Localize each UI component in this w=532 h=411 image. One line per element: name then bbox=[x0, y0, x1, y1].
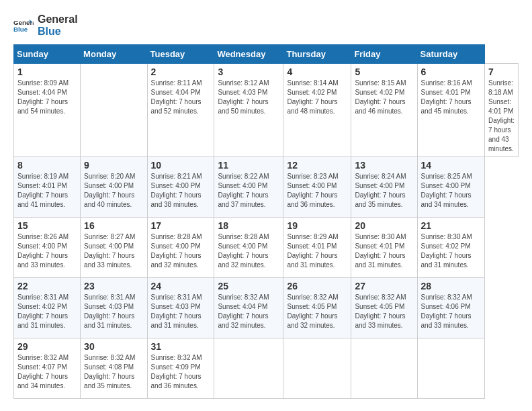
calendar-table: SundayMondayTuesdayWednesdayThursdayFrid… bbox=[13, 44, 519, 399]
calendar-cell-31: 31Sunrise: 8:32 AMSunset: 4:09 PMDayligh… bbox=[147, 338, 214, 399]
calendar-cell-24: 24Sunrise: 8:31 AMSunset: 4:03 PMDayligh… bbox=[147, 278, 214, 338]
calendar-cell-23: 23Sunrise: 8:31 AMSunset: 4:03 PMDayligh… bbox=[81, 278, 147, 338]
calendar-cell-empty-3-5 bbox=[351, 338, 417, 399]
calendar-cell-2: 2Sunrise: 8:11 AMSunset: 4:04 PMDaylight… bbox=[147, 64, 214, 157]
calendar-cell-12: 12Sunrise: 8:23 AMSunset: 4:00 PMDayligh… bbox=[283, 157, 351, 218]
header-monday: Monday bbox=[81, 45, 147, 64]
header-friday: Friday bbox=[351, 45, 417, 64]
calendar-cell-19: 19Sunrise: 8:29 AMSunset: 4:01 PMDayligh… bbox=[283, 218, 351, 278]
calendar-week-3: 15Sunrise: 8:26 AMSunset: 4:00 PMDayligh… bbox=[14, 218, 519, 278]
calendar-cell-15: 15Sunrise: 8:26 AMSunset: 4:00 PMDayligh… bbox=[14, 218, 81, 278]
calendar-week-2: 8Sunrise: 8:19 AMSunset: 4:01 PMDaylight… bbox=[14, 157, 519, 218]
header: General Blue General Blue bbox=[13, 13, 519, 38]
calendar-cell-20: 20Sunrise: 8:30 AMSunset: 4:01 PMDayligh… bbox=[351, 218, 417, 278]
calendar-week-5: 29Sunrise: 8:32 AMSunset: 4:07 PMDayligh… bbox=[14, 338, 519, 399]
calendar-cell-4: 4Sunrise: 8:14 AMSunset: 4:02 PMDaylight… bbox=[283, 64, 351, 157]
calendar-cell-1: 1Sunrise: 8:09 AMSunset: 4:04 PMDaylight… bbox=[14, 64, 81, 157]
calendar-week-4: 22Sunrise: 8:31 AMSunset: 4:02 PMDayligh… bbox=[14, 278, 519, 338]
calendar-cell-5: 5Sunrise: 8:15 AMSunset: 4:02 PMDaylight… bbox=[351, 64, 417, 157]
calendar-cell-9: 9Sunrise: 8:20 AMSunset: 4:00 PMDaylight… bbox=[81, 157, 147, 218]
calendar-cell-26: 26Sunrise: 8:32 AMSunset: 4:05 PMDayligh… bbox=[283, 278, 351, 338]
header-saturday: Saturday bbox=[417, 45, 484, 64]
calendar-cell-empty-3-4 bbox=[283, 338, 351, 399]
calendar-cell-11: 11Sunrise: 8:22 AMSunset: 4:00 PMDayligh… bbox=[214, 157, 283, 218]
calendar-week-1: 1Sunrise: 8:09 AMSunset: 4:04 PMDaylight… bbox=[14, 64, 519, 157]
calendar-cell-empty-3-6 bbox=[417, 338, 484, 399]
calendar-cell-17: 17Sunrise: 8:28 AMSunset: 4:00 PMDayligh… bbox=[147, 218, 214, 278]
calendar-cell-16: 16Sunrise: 8:27 AMSunset: 4:00 PMDayligh… bbox=[81, 218, 147, 278]
calendar-cell-10: 10Sunrise: 8:21 AMSunset: 4:00 PMDayligh… bbox=[147, 157, 214, 218]
calendar-cell-empty-3-3 bbox=[214, 338, 283, 399]
calendar-header-row: SundayMondayTuesdayWednesdayThursdayFrid… bbox=[14, 45, 519, 64]
header-sunday: Sunday bbox=[14, 45, 81, 64]
calendar-cell-empty-0 bbox=[81, 64, 147, 157]
calendar-cell-30: 30Sunrise: 8:32 AMSunset: 4:08 PMDayligh… bbox=[81, 338, 147, 399]
calendar-cell-8: 8Sunrise: 8:19 AMSunset: 4:01 PMDaylight… bbox=[14, 157, 81, 218]
logo-line2: Blue bbox=[38, 26, 78, 38]
calendar-cell-29: 29Sunrise: 8:32 AMSunset: 4:07 PMDayligh… bbox=[14, 338, 81, 399]
calendar-cell-7: 7Sunrise: 8:18 AMSunset: 4:01 PMDaylight… bbox=[485, 64, 519, 157]
calendar-cell-3: 3Sunrise: 8:12 AMSunset: 4:03 PMDaylight… bbox=[214, 64, 283, 157]
logo-line1: General bbox=[38, 13, 78, 26]
calendar-cell-25: 25Sunrise: 8:32 AMSunset: 4:04 PMDayligh… bbox=[214, 278, 283, 338]
calendar-cell-22: 22Sunrise: 8:31 AMSunset: 4:02 PMDayligh… bbox=[14, 278, 81, 338]
calendar-cell-6: 6Sunrise: 8:16 AMSunset: 4:01 PMDaylight… bbox=[417, 64, 484, 157]
header-tuesday: Tuesday bbox=[147, 45, 214, 64]
calendar-cell-18: 18Sunrise: 8:28 AMSunset: 4:00 PMDayligh… bbox=[214, 218, 283, 278]
header-thursday: Thursday bbox=[283, 45, 351, 64]
calendar-cell-13: 13Sunrise: 8:24 AMSunset: 4:00 PMDayligh… bbox=[351, 157, 417, 218]
calendar-cell-28: 28Sunrise: 8:32 AMSunset: 4:06 PMDayligh… bbox=[417, 278, 484, 338]
logo: General Blue General Blue bbox=[13, 13, 78, 38]
logo-icon: General Blue bbox=[13, 15, 34, 36]
svg-text:Blue: Blue bbox=[13, 26, 28, 33]
calendar-cell-14: 14Sunrise: 8:25 AMSunset: 4:00 PMDayligh… bbox=[417, 157, 484, 218]
calendar-cell-21: 21Sunrise: 8:30 AMSunset: 4:02 PMDayligh… bbox=[417, 218, 484, 278]
calendar-cell-27: 27Sunrise: 8:32 AMSunset: 4:05 PMDayligh… bbox=[351, 278, 417, 338]
header-wednesday: Wednesday bbox=[214, 45, 283, 64]
